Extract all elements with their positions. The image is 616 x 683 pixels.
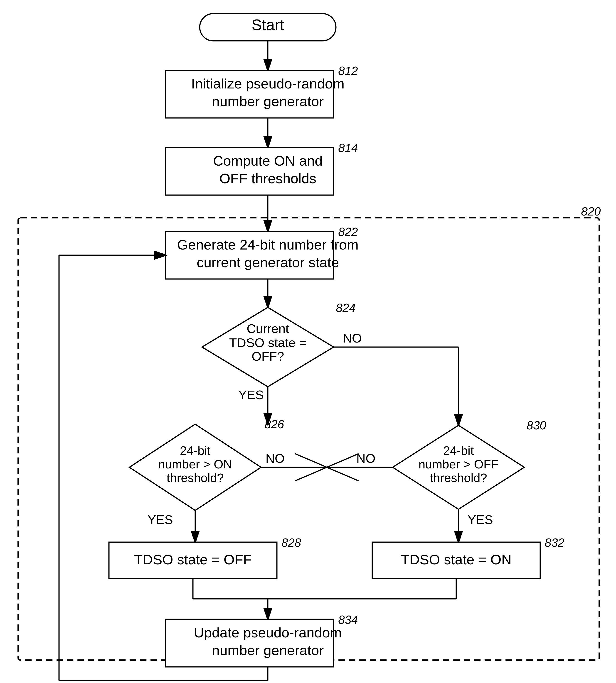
start-label: Start xyxy=(251,16,284,33)
node-812-label2: number generator xyxy=(212,93,324,109)
ref-814: 814 xyxy=(338,141,358,155)
diamond-830-label1: 24-bit xyxy=(443,444,474,457)
diamond-824-label1: Current xyxy=(247,321,289,336)
node-812-label: Initialize pseudo-random xyxy=(191,76,345,91)
ref-822: 822 xyxy=(338,225,358,238)
diamond-824-label2: TDSO state = xyxy=(229,336,307,350)
node-822-label: Generate 24-bit number from xyxy=(177,237,359,252)
ref-826: 826 xyxy=(264,417,284,431)
label-no-824: NO xyxy=(343,331,362,345)
node-828-label: TDSO state = OFF xyxy=(134,552,252,567)
ref-832: 832 xyxy=(545,536,565,549)
diamond-826-label1: 24-bit xyxy=(180,444,211,457)
ref-824: 824 xyxy=(336,301,356,314)
diagram-container: Start Initialize pseudo-random number ge… xyxy=(0,0,616,683)
ref-834: 834 xyxy=(338,613,358,626)
label-no-826: NO xyxy=(266,451,285,465)
node-834-label2: number generator xyxy=(212,642,324,658)
diamond-830-label2: number > OFF xyxy=(419,457,499,471)
diamond-826-label2: number > ON xyxy=(158,457,232,471)
label-yes-830: YES xyxy=(467,513,493,527)
label-no-830: NO xyxy=(356,451,375,465)
node-814-label2: OFF thresholds xyxy=(219,170,316,186)
diamond-824-label3: OFF? xyxy=(251,349,284,363)
label-yes-824: YES xyxy=(238,388,264,402)
node-822-label2: current generator state xyxy=(197,254,339,270)
ref-812: 812 xyxy=(338,64,358,77)
loop-region-820 xyxy=(18,218,599,660)
node-834-label: Update pseudo-random xyxy=(194,625,342,640)
diamond-830-label3: threshold? xyxy=(430,471,487,484)
node-814-label: Compute ON and xyxy=(213,153,323,168)
ref-828: 828 xyxy=(282,536,301,549)
label-yes-826: YES xyxy=(148,513,173,527)
ref-820: 820 xyxy=(581,205,601,218)
diamond-826-label3: threshold? xyxy=(167,471,224,484)
node-832-label: TDSO state = ON xyxy=(401,552,512,567)
ref-830: 830 xyxy=(527,419,546,432)
